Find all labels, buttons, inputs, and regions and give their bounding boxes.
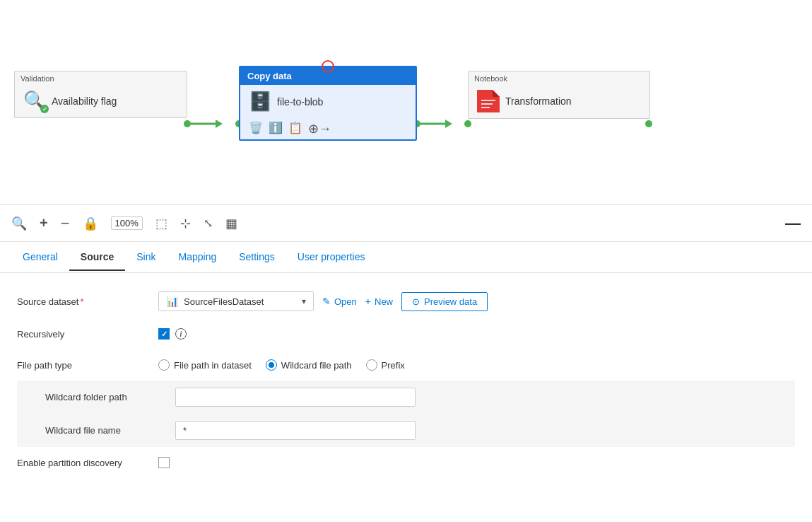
file-path-type-row: File path type File path in dataset Wild… (17, 349, 795, 381)
add-icon[interactable]: + (40, 215, 48, 231)
source-dataset-label: Source dataset* (17, 296, 158, 307)
wildcard-file-label: Wildcard file name (34, 425, 175, 436)
validation-node-label: Validation (15, 71, 187, 84)
radio-label-1: File path in dataset (174, 360, 252, 371)
recursively-control: ✓ i (158, 328, 795, 340)
search-icon[interactable]: 🔍 (11, 216, 27, 231)
radio-inner-2 (269, 362, 274, 368)
recursively-label: Recursively (17, 329, 158, 340)
source-dataset-control: 📊 SourceFilesDataset ▾ ✎ Open + New ⊙ Pr… (158, 291, 795, 311)
svg-marker-2 (216, 120, 223, 128)
tab-settings[interactable]: Settings (228, 244, 286, 271)
enable-partition-row: Enable partition discovery (17, 447, 795, 478)
copy-data-node[interactable]: Copy data 🗄️ file-to-blob 🗑️ ℹ️ 📋 ⊕→ (239, 66, 417, 141)
lock-icon[interactable]: 🔒 (83, 216, 98, 231)
svg-rect-11 (481, 100, 495, 101)
svg-point-8 (645, 120, 652, 127)
tab-sink[interactable]: Sink (125, 244, 167, 271)
radio-outer-2 (266, 359, 277, 371)
file-path-radio-group: File path in dataset Wildcard file path … (158, 359, 405, 371)
radio-outer-3 (366, 359, 377, 371)
wildcard-folder-label: Wildcard folder path (34, 392, 175, 402)
notebook-node-label: Notebook (469, 71, 649, 84)
validation-node-name: Availability flag (52, 95, 117, 107)
select-icon[interactable]: ⊹ (180, 216, 191, 231)
radio-file-path-in-dataset[interactable]: File path in dataset (158, 359, 252, 371)
recursively-info-icon[interactable]: i (175, 328, 187, 340)
radio-label-2: Wildcard file path (281, 360, 352, 371)
notebook-icon (477, 90, 500, 112)
file-path-type-label: File path type (17, 360, 158, 371)
tab-source[interactable]: Source (69, 244, 125, 271)
file-path-type-control: File path in dataset Wildcard file path … (158, 359, 795, 371)
wildcard-subfields: Wildcard folder path Wildcard file name (17, 381, 795, 447)
radio-label-3: Prefix (382, 360, 405, 371)
radio-outer-1 (158, 359, 170, 371)
wildcard-file-row: Wildcard file name (34, 414, 778, 447)
minus-icon[interactable]: − (61, 214, 70, 233)
add-activity-icon[interactable]: ⊕→ (308, 121, 331, 137)
properties-panel: Source dataset* 📊 SourceFilesDataset ▾ ✎… (0, 273, 812, 522)
checkbox-check-icon: ✓ (161, 330, 167, 339)
zoom-level[interactable]: 100% (111, 216, 143, 230)
copy-node-name: file-to-blob (277, 96, 323, 108)
radio-prefix[interactable]: Prefix (366, 359, 405, 371)
copy-node-icon: 🗄️ (249, 91, 271, 112)
svg-point-0 (184, 120, 191, 127)
clone-icon[interactable]: 📋 (288, 121, 302, 137)
svg-marker-6 (445, 120, 452, 128)
plus-icon: + (365, 296, 371, 307)
copy-node-actions: 🗑️ ℹ️ 📋 ⊕→ (240, 118, 416, 139)
pipeline-canvas: Validation 🔍 ✓ Availability flag Copy da… (0, 0, 812, 205)
copy-node-indicator (322, 60, 334, 73)
wildcard-file-control (175, 421, 778, 440)
enable-partition-label: Enable partition discovery (17, 458, 158, 468)
tab-user-properties[interactable]: User properties (286, 244, 377, 271)
info-icon[interactable]: ℹ️ (269, 121, 283, 137)
tab-general[interactable]: General (11, 244, 69, 271)
preview-data-button[interactable]: ⊙ Preview data (401, 292, 488, 311)
recursively-row: Recursively ✓ i (17, 318, 795, 349)
open-link[interactable]: ✎ Open (322, 296, 357, 307)
svg-marker-10 (493, 90, 500, 97)
pipeline-divider: — (785, 214, 801, 233)
recursively-checkbox[interactable]: ✓ (158, 328, 170, 340)
toolbar: 🔍 + − 🔒 100% ⬚ ⊹ ⤡ ▦ — (0, 205, 812, 242)
dropdown-arrow-icon: ▾ (302, 296, 306, 306)
svg-rect-13 (481, 107, 490, 108)
wildcard-folder-row: Wildcard folder path (34, 381, 778, 414)
new-link[interactable]: + New (365, 296, 393, 307)
notebook-node-name: Transformation (505, 95, 572, 107)
wildcard-file-input[interactable] (175, 421, 416, 440)
validation-node[interactable]: Validation 🔍 ✓ Availability flag (14, 71, 187, 118)
required-star: * (80, 296, 83, 307)
source-dataset-dropdown[interactable]: 📊 SourceFilesDataset ▾ (158, 291, 314, 311)
svg-point-7 (464, 120, 471, 127)
wildcard-folder-control (175, 388, 778, 407)
recursively-checkbox-row: ✓ i (158, 328, 187, 340)
svg-rect-12 (481, 103, 493, 105)
pencil-icon: ✎ (322, 296, 331, 307)
delete-icon[interactable]: 🗑️ (249, 121, 263, 137)
source-dataset-row: Source dataset* 📊 SourceFilesDataset ▾ ✎… (17, 284, 795, 318)
enable-partition-checkbox[interactable] (158, 457, 170, 468)
notebook-node[interactable]: Notebook Transformation (468, 71, 650, 119)
tabs-bar: General Source Sink Mapping Settings Use… (0, 242, 812, 273)
wildcard-folder-input[interactable] (175, 388, 416, 407)
validation-icon: 🔍 ✓ (23, 90, 46, 112)
fit-to-window-icon[interactable]: ⬚ (155, 216, 167, 231)
source-dataset-value: SourceFilesDataset (184, 296, 296, 307)
tab-mapping[interactable]: Mapping (167, 244, 228, 271)
enable-partition-control (158, 457, 795, 468)
dataset-icon: 📊 (166, 296, 178, 307)
bottom-section: 🔍 + − 🔒 100% ⬚ ⊹ ⤡ ▦ — General Source Si… (0, 205, 812, 522)
preview-icon: ⊙ (412, 296, 420, 307)
resize-icon[interactable]: ⤡ (204, 216, 213, 230)
layout-icon[interactable]: ▦ (225, 216, 237, 231)
radio-wildcard-file-path[interactable]: Wildcard file path (266, 359, 352, 371)
